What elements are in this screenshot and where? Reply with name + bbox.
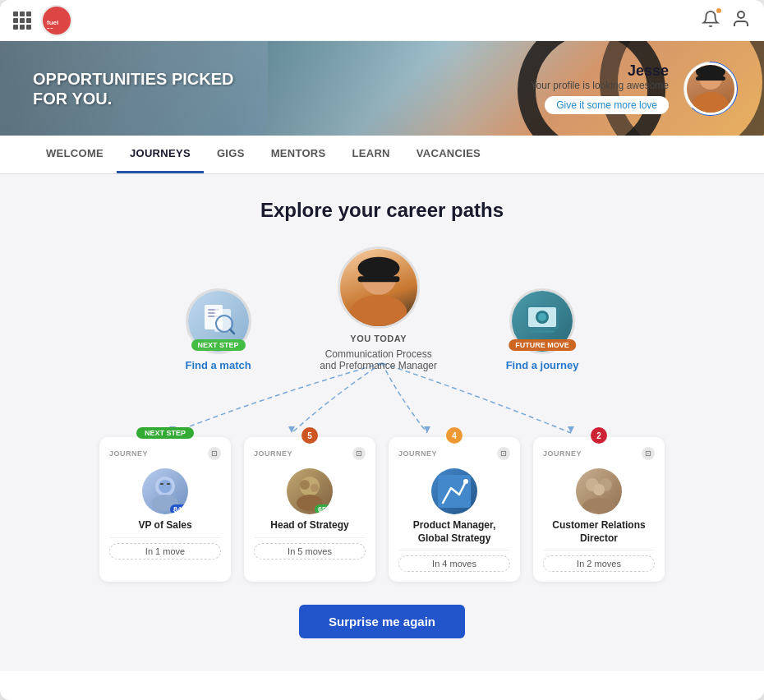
card-4-title: Customer Relations Director xyxy=(543,519,655,545)
card-3-title: Product Manager, Global Strategy xyxy=(398,519,510,545)
next-step-circle-wrap: NEXT STEP xyxy=(186,288,251,354)
svg-point-43 xyxy=(582,498,615,511)
nav-vacancies[interactable]: VACANCIES xyxy=(403,136,494,173)
hero-user-subtitle: Your profile is looking awesome xyxy=(531,80,669,91)
hero-profile-button[interactable]: Give it some more love xyxy=(545,96,669,114)
svg-rect-33 xyxy=(167,483,170,485)
journey-card-vp-sales: NEXT STEP JOURNEY ⊡ xyxy=(99,437,231,582)
card-1-badge-wrap: NEXT STEP xyxy=(136,427,194,439)
top-bar-left: fuel 50 xyxy=(13,5,72,36)
surprise-button[interactable]: Surprise me again xyxy=(299,605,465,638)
card-2-image-wrap: 65% xyxy=(287,468,333,514)
card-3-badge-wrap: 4 xyxy=(446,427,463,444)
svg-rect-8 xyxy=(696,76,725,81)
card-1-top-badge: NEXT STEP xyxy=(136,427,194,439)
card-1-title: VP of Sales xyxy=(109,519,221,532)
journey-card-head-strategy: 5 JOURNEY ⊡ xyxy=(244,437,375,582)
card-1-bookmark-icon[interactable]: ⊡ xyxy=(208,447,221,460)
svg-point-36 xyxy=(311,484,319,492)
svg-point-35 xyxy=(300,480,310,490)
hero-title: OPPORTUNITIES PICKED FOR YOU. xyxy=(33,69,233,108)
you-today-node: YOU TODAY Communication Process and Pref… xyxy=(317,246,440,371)
grid-menu-icon[interactable] xyxy=(13,12,31,30)
hero-user-info: Jesse Your profile is looking awesome Gi… xyxy=(531,62,669,114)
notification-badge xyxy=(715,7,723,15)
card-1-image-wrap: 84% xyxy=(142,468,188,514)
svg-point-23 xyxy=(538,313,546,321)
next-step-node: NEXT STEP Find a match xyxy=(185,288,251,371)
hero-avatar xyxy=(684,62,737,115)
journey-card-customer-relations: 2 JOURNEY ⊡ xyxy=(533,437,665,582)
card-2-top-badge: 5 xyxy=(301,427,318,444)
svg-rect-32 xyxy=(160,483,163,485)
svg-rect-19 xyxy=(357,276,399,282)
svg-rect-24 xyxy=(530,330,555,333)
top-bar: fuel 50 xyxy=(0,0,764,41)
svg-text:50: 50 xyxy=(47,27,53,29)
future-move-node: FUTURE MOVE Find a journey xyxy=(506,288,579,371)
card-1-percent: 84% xyxy=(170,504,188,514)
svg-point-30 xyxy=(159,480,172,493)
card-2-title: Head of Strategy xyxy=(254,519,366,532)
card-4-bookmark-icon[interactable]: ⊡ xyxy=(642,447,655,460)
card-4-top-badge: 2 xyxy=(591,427,607,444)
you-today-circle xyxy=(338,246,420,329)
card-1-divider xyxy=(109,537,221,538)
card-2-badge-wrap: 5 xyxy=(301,427,318,444)
future-move-badge: FUTURE MOVE xyxy=(509,339,576,351)
card-3-image xyxy=(431,468,477,514)
svg-point-6 xyxy=(693,92,729,113)
card-1-label: JOURNEY ⊡ xyxy=(109,447,221,460)
svg-point-2 xyxy=(738,12,744,18)
user-profile-icon[interactable] xyxy=(731,9,751,32)
card-3-bookmark-icon[interactable]: ⊡ xyxy=(497,447,510,460)
main-navigation: WELCOME JOURNEYS GIGS MENTORS LEARN VACA… xyxy=(0,136,764,174)
nav-welcome[interactable]: WELCOME xyxy=(33,136,117,173)
surprise-button-wrap: Surprise me again xyxy=(299,605,465,638)
card-4-image-wrap xyxy=(576,468,622,514)
hero-user-name: Jesse xyxy=(531,62,669,80)
card-3-label: JOURNEY ⊡ xyxy=(398,447,510,460)
career-graph: NEXT STEP Find a match xyxy=(33,246,731,638)
hero-user-panel: Jesse Your profile is looking awesome Gi… xyxy=(531,60,739,117)
hero-avatar-wrap xyxy=(682,60,739,117)
next-step-badge: NEXT STEP xyxy=(191,339,246,351)
svg-point-18 xyxy=(357,257,399,279)
future-move-circle-wrap: FUTURE MOVE xyxy=(509,288,575,354)
svg-point-39 xyxy=(463,479,468,484)
find-journey-link[interactable]: Find a journey xyxy=(506,359,579,371)
nav-journeys[interactable]: JOURNEYS xyxy=(117,136,204,173)
notification-bell-icon[interactable] xyxy=(702,10,720,31)
find-match-link[interactable]: Find a match xyxy=(185,359,251,371)
card-4-label: JOURNEY ⊡ xyxy=(543,447,655,460)
you-today-role: Communication Process and Preformance Ma… xyxy=(317,348,440,371)
card-3-moves: In 4 moves xyxy=(398,555,510,572)
nav-learn[interactable]: LEARN xyxy=(339,136,403,173)
hero-text: OPPORTUNITIES PICKED FOR YOU. xyxy=(33,69,233,108)
card-2-moves: In 5 moves xyxy=(254,543,366,560)
card-3-image-wrap xyxy=(431,468,477,514)
top-bar-right xyxy=(702,9,751,32)
svg-point-17 xyxy=(350,295,407,326)
nav-gigs[interactable]: GIGS xyxy=(204,136,258,173)
card-3-divider xyxy=(398,550,510,550)
card-3-top-badge: 4 xyxy=(446,427,463,444)
you-today-image xyxy=(340,249,417,326)
card-2-percent: 65% xyxy=(315,504,333,514)
svg-text:fuel: fuel xyxy=(47,19,58,26)
nav-mentors[interactable]: MENTORS xyxy=(258,136,339,173)
hero-banner: OPPORTUNITIES PICKED FOR YOU. Jesse Your… xyxy=(0,41,764,136)
card-1-moves: In 1 move xyxy=(109,543,221,560)
top-nodes: NEXT STEP Find a match xyxy=(185,246,578,371)
hero-avatar-image xyxy=(687,65,734,113)
card-4-moves: In 2 moves xyxy=(543,555,655,572)
svg-line-15 xyxy=(230,329,234,334)
connector-lines xyxy=(103,363,661,437)
svg-marker-27 xyxy=(424,426,430,433)
logo[interactable]: fuel 50 xyxy=(41,5,72,36)
journey-card-product-manager: 4 JOURNEY ⊡ xyxy=(389,437,520,582)
card-4-badge-wrap: 2 xyxy=(591,427,607,444)
main-content: Explore your career paths xyxy=(0,174,764,671)
you-today-label: YOU TODAY xyxy=(350,334,407,343)
card-2-bookmark-icon[interactable]: ⊡ xyxy=(352,447,366,460)
